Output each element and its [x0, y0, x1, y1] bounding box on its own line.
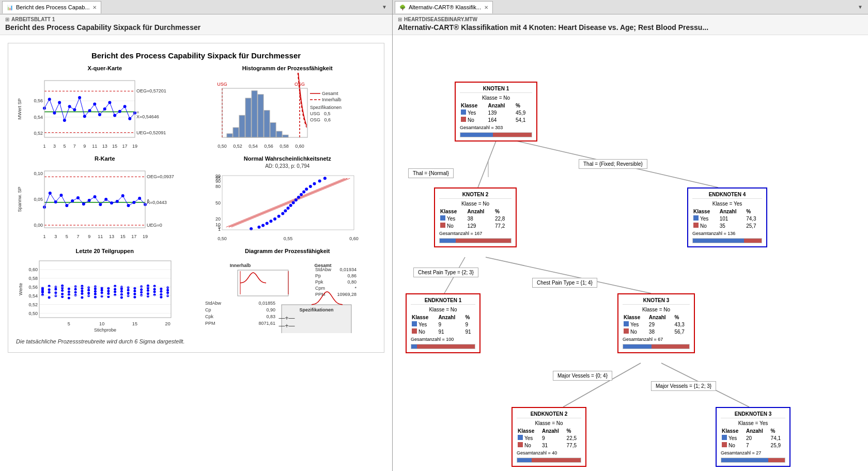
xquer-canvas — [16, 73, 176, 150]
right-panel-content[interactable]: KNOTEN 1 Klasse = No KlasseAnzahl% Yes 1… — [393, 35, 868, 471]
knoten1-bar — [460, 132, 532, 137]
knoten3-gesamt: Gesamtanzahl = 67 — [623, 337, 690, 342]
endknoten2-subtitle: Klasse = No — [517, 420, 581, 426]
chest-pain-14-label: Chest Pain Type = {1; 4} — [532, 278, 597, 288]
right-tab-label: Alternativ-CART® Klassifik... — [409, 4, 481, 10]
endknoten1-bar — [411, 344, 475, 349]
left-tab-bar: 📊 Bericht des Process Capab... ✕ ▼ — [0, 0, 392, 14]
report-main-title: Bericht des Process Capability Sixpack f… — [16, 51, 376, 60]
endknoten2-bar-no — [532, 458, 581, 462]
endknoten1-bar-yes — [411, 344, 417, 349]
knoten1-table: KlasseAnzahl% Yes 13945,9 No 16454,1 — [460, 102, 532, 123]
endknoten4-bar-yes — [693, 239, 744, 243]
right-tab-icon: 🌳 — [399, 5, 406, 10]
knoten2-title: KNOTEN 2 — [439, 192, 512, 199]
report-container: Bericht des Process Capability Sixpack f… — [8, 43, 384, 353]
endknoten2-bar — [517, 458, 581, 463]
histogram-canvas — [199, 73, 359, 150]
left-worksheet-name: ARBEITSBLATT 1 — [11, 17, 55, 22]
right-tab-arrow[interactable]: ▼ — [855, 4, 866, 10]
normal-canvas — [199, 170, 359, 243]
endknoten3-gesamt: Gesamtanzahl = 27 — [721, 450, 785, 456]
endknoten3-title: ENDKNOTEN 3 — [721, 411, 785, 418]
knoten2-bar — [439, 238, 512, 243]
svg-line-0 — [478, 141, 496, 187]
right-worksheet-label: ⊞ HEARTDISEASEBINARY.MTW — [398, 17, 863, 22]
endknoten2-node: ENDKNOTEN 2 Klasse = No KlasseAnzahl% Ye… — [512, 407, 586, 467]
right-panel-title: Alternativ-CART® Klassifikation mit 4 Kn… — [398, 23, 863, 32]
left-worksheet-label: ⊞ ARBEITSBLATT 1 — [5, 17, 387, 22]
endknoten1-gesamt: Gesamtanzahl = 100 — [411, 337, 475, 342]
knoten1-gesamt: Gesamtanzahl = 303 — [460, 125, 532, 130]
endknoten4-node: ENDKNOTEN 4 Klasse = Yes KlasseAnzahl% Y… — [687, 187, 767, 247]
left-tab-active[interactable]: 📊 Bericht des Process Capab... ✕ — [2, 1, 101, 13]
knoten2-bar-no — [456, 239, 511, 243]
knoten3-bar-yes — [623, 344, 652, 349]
knoten1-title: KNOTEN 1 — [460, 86, 532, 93]
left-tab-close[interactable]: ✕ — [92, 5, 97, 10]
xquer-title: X-quer-Karte — [16, 65, 194, 71]
knoten2-subtitle: Klasse = No — [439, 201, 512, 207]
endknoten2-gesamt: Gesamtanzahl = 40 — [517, 450, 581, 456]
right-panel: 🌳 Alternativ-CART® Klassifik... ✕ ▼ ⊞ HE… — [393, 0, 868, 471]
endknoten3-table: KlasseAnzahl% Yes 2074,1 No 725,9 — [721, 428, 785, 449]
right-tab-bar: 🌳 Alternativ-CART® Klassifik... ✕ ▼ — [393, 0, 868, 14]
endknoten2-title: ENDKNOTEN 2 — [517, 411, 581, 418]
major-04-label: Major Vessels = {0; 4} — [553, 371, 612, 381]
left-panel-content: Bericht des Process Capability Sixpack f… — [0, 35, 392, 471]
knoten1-subtitle: Klasse = No — [460, 95, 532, 101]
endknoten1-table: KlasseAnzahl% Yes 99 No 9191 — [411, 314, 475, 335]
knoten2-table: KlasseAnzahl% Yes 3822,8 No 12977,2 — [439, 208, 512, 229]
right-worksheet-name: HEARTDISEASEBINARY.MTW — [404, 17, 477, 22]
right-panel-header: ⊞ HEARTDISEASEBINARY.MTW Alternativ-CART… — [393, 14, 868, 35]
left-worksheet-icon: ⊞ — [5, 17, 9, 22]
svg-line-4 — [486, 257, 651, 293]
prozess-canvas — [199, 256, 359, 333]
letzte20-canvas — [16, 256, 176, 333]
major-123-label: Major Vessels = {1; 2; 3} — [651, 381, 716, 391]
endknoten3-node: ENDKNOTEN 3 Klasse = Yes KlasseAnzahl% Y… — [716, 407, 791, 467]
endknoten4-bar — [692, 238, 762, 243]
endknoten3-bar-no — [768, 458, 785, 462]
svg-line-5 — [563, 363, 641, 407]
knoten3-node: KNOTEN 3 Klasse = No KlasseAnzahl% Yes 2… — [617, 293, 695, 353]
knoten2-gesamt: Gesamtanzahl = 167 — [439, 231, 512, 236]
thal-normal-label: Thal = {Normal} — [408, 168, 454, 178]
endknoten3-bar-yes — [721, 458, 768, 462]
footnote: Die tatsächliche Prozessstreubreite wird… — [16, 338, 376, 344]
normal-title: Normal Wahrscheinlichkeitsnetz — [199, 155, 377, 162]
endknoten3-bar — [721, 458, 785, 463]
endknoten4-title: ENDKNOTEN 4 — [692, 192, 762, 199]
xquer-chart: X-quer-Karte — [16, 65, 194, 150]
right-tab-close[interactable]: ✕ — [484, 5, 488, 10]
endknoten4-bar-no — [744, 239, 762, 243]
left-tab-arrow[interactable]: ▼ — [379, 4, 390, 10]
left-panel: 📊 Bericht des Process Capab... ✕ ▼ ⊞ ARB… — [0, 0, 393, 471]
knoten3-table: KlasseAnzahl% Yes 2943,3 No 3856,7 — [623, 314, 690, 335]
endknoten1-bar-no — [417, 344, 475, 349]
letzte20-title: Letzte 20 Teilgruppen — [16, 248, 194, 254]
chest-pain-23-label: Chest Pain Type = {2; 3} — [413, 268, 478, 277]
knoten3-bar — [623, 344, 690, 349]
knoten3-title: KNOTEN 3 — [623, 297, 690, 305]
knoten2-bar-yes — [440, 239, 456, 243]
prozess-title: Diagramm der Prozessfähigkeit — [199, 248, 377, 254]
prozess-chart: Diagramm der Prozessfähigkeit — [199, 248, 377, 333]
histogram-title: Histogramm der Prozessfähigkeit — [199, 65, 377, 71]
knoten1-bar-no — [493, 133, 532, 137]
letzte20-chart: Letzte 20 Teilgruppen — [16, 248, 194, 333]
right-worksheet-icon: ⊞ — [398, 17, 402, 22]
knoten1-bar-yes — [460, 133, 493, 137]
left-panel-header: ⊞ ARBEITSBLATT 1 Bericht des Process Cap… — [0, 14, 392, 35]
histogram-chart: Histogramm der Prozessfähigkeit — [199, 65, 377, 150]
endknoten4-gesamt: Gesamtanzahl = 136 — [692, 231, 762, 236]
right-tab-active[interactable]: 🌳 Alternativ-CART® Klassifik... ✕ — [395, 1, 493, 13]
tree-area: KNOTEN 1 Klasse = No KlasseAnzahl% Yes 1… — [398, 40, 842, 471]
rkarte-chart: R-Karte — [16, 155, 194, 243]
thal-fixed-label: Thal = {Fixed; Reversible} — [579, 159, 647, 169]
endknoten4-table: KlasseAnzahl% Yes 10174,3 No 3525,7 — [692, 208, 762, 229]
knoten3-subtitle: Klasse = No — [623, 307, 690, 312]
normal-subtitle: AD: 0,233, p: 0,794 — [199, 163, 377, 169]
chart-grid: X-quer-Karte Histogramm der Prozessfähig… — [16, 65, 376, 333]
knoten3-bar-no — [652, 344, 689, 349]
